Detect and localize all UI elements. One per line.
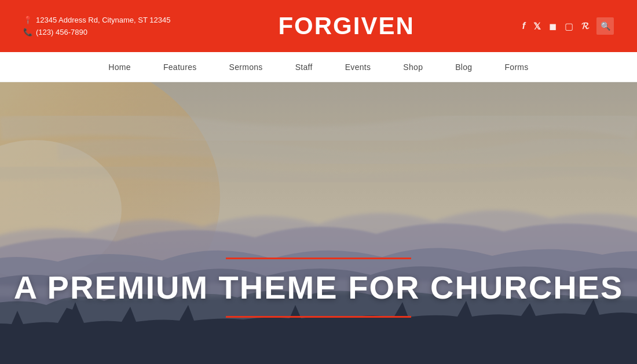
- location-icon: 📍: [23, 16, 32, 24]
- site-title[interactable]: FORGIVEN: [278, 12, 414, 40]
- twitter-icon[interactable]: 𝕏: [533, 21, 541, 32]
- nav-bar: Home Features Sermons Staff Events Shop …: [0, 52, 637, 82]
- nav-shop[interactable]: Shop: [387, 52, 439, 82]
- hero-overlay: [0, 82, 637, 364]
- hero-accent-line-top: [226, 258, 411, 259]
- nav-blog[interactable]: Blog: [439, 52, 488, 82]
- hero-accent-line-bottom: [226, 316, 411, 318]
- hero-headline: A PREMIUM THEME FOR CHURCHES: [14, 270, 624, 306]
- pinterest-icon[interactable]: 𝓡: [581, 21, 588, 31]
- nav-home[interactable]: Home: [92, 52, 147, 82]
- contact-info: 📍 12345 Address Rd, Cityname, ST 12345 📞…: [23, 16, 170, 36]
- address-row: 📍 12345 Address Rd, Cityname, ST 12345: [23, 16, 170, 24]
- top-bar: 📍 12345 Address Rd, Cityname, ST 12345 📞…: [0, 0, 637, 52]
- instagram-icon[interactable]: ▢: [565, 21, 573, 32]
- hero-content: A PREMIUM THEME FOR CHURCHES: [0, 258, 637, 318]
- nav-features[interactable]: Features: [147, 52, 213, 82]
- hero-section: A PREMIUM THEME FOR CHURCHES: [0, 82, 637, 364]
- nav-sermons[interactable]: Sermons: [213, 52, 279, 82]
- facebook-icon[interactable]: f: [522, 21, 525, 31]
- search-icon: 🔍: [601, 21, 610, 31]
- search-button[interactable]: 🔍: [596, 17, 614, 35]
- address-text: 12345 Address Rd, Cityname, ST 12345: [36, 16, 170, 24]
- phone-text: (123) 456-7890: [36, 28, 87, 36]
- nav-events[interactable]: Events: [329, 52, 387, 82]
- nav-forms[interactable]: Forms: [488, 52, 544, 82]
- phone-icon: 📞: [23, 28, 32, 36]
- main-nav: Home Features Sermons Staff Events Shop …: [92, 52, 544, 82]
- social-icons: f 𝕏 ◼ ▢ 𝓡 🔍: [522, 17, 614, 35]
- vimeo-icon[interactable]: ◼: [549, 21, 557, 32]
- nav-staff[interactable]: Staff: [279, 52, 329, 82]
- phone-row: 📞 (123) 456-7890: [23, 28, 170, 36]
